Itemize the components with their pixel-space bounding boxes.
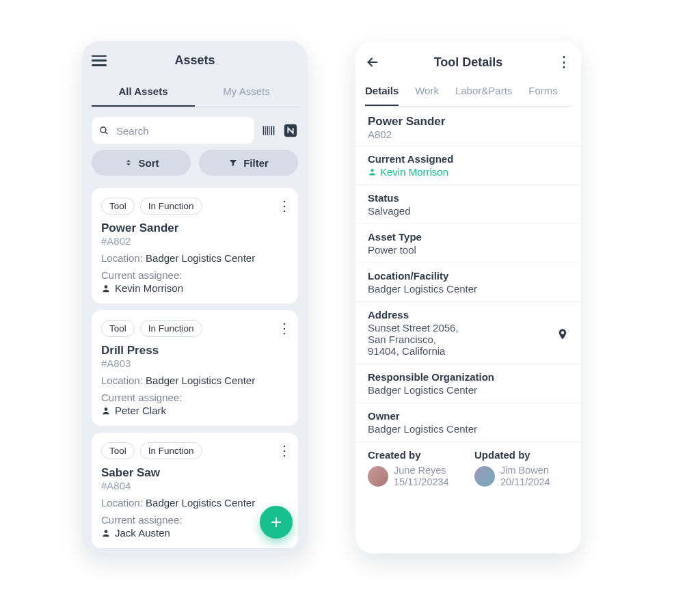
svg-point-0 bbox=[100, 127, 106, 133]
svg-point-10 bbox=[105, 407, 108, 411]
card-location: Location: Badger Logistics Center bbox=[101, 252, 288, 264]
card-assignee-label: Current assignee: bbox=[101, 392, 288, 403]
tab-details[interactable]: Details bbox=[365, 79, 399, 106]
svg-rect-2 bbox=[263, 126, 265, 135]
assigned-person-link[interactable]: Kevin Morrison bbox=[368, 166, 569, 178]
svg-line-1 bbox=[105, 132, 107, 134]
address-value: Sunset Street 2056, San Francisco, 91404… bbox=[368, 322, 569, 357]
person-icon bbox=[368, 167, 377, 176]
map-pin-icon[interactable] bbox=[556, 327, 569, 342]
chip-type: Tool bbox=[101, 320, 135, 337]
status-value: Salvaged bbox=[368, 205, 569, 217]
card-title: Drill Press bbox=[101, 344, 288, 357]
address-label: Address bbox=[368, 309, 569, 321]
card-title: Power Sander bbox=[101, 221, 288, 235]
search-input-wrapper[interactable] bbox=[92, 117, 254, 144]
location-value: Badger Logistics Center bbox=[368, 283, 569, 295]
updated-name: Jim Bowen bbox=[500, 465, 550, 476]
assigned-name: Kevin Morrison bbox=[380, 166, 448, 178]
more-icon[interactable]: ⋮ bbox=[556, 53, 571, 71]
card-assignee: Kevin Morrison bbox=[101, 282, 288, 294]
chip-type: Tool bbox=[101, 198, 135, 215]
asset-card[interactable]: Tool In Function ⋮ Power Sander #A802 Lo… bbox=[92, 188, 298, 303]
search-icon bbox=[98, 125, 109, 136]
chip-type: Tool bbox=[101, 442, 135, 459]
type-value: Power tool bbox=[368, 244, 569, 256]
owner-label: Owner bbox=[368, 410, 569, 422]
created-name: June Reyes bbox=[394, 465, 449, 476]
svg-point-11 bbox=[105, 530, 108, 533]
tab-forms[interactable]: Forms bbox=[528, 79, 558, 106]
barcode-icon[interactable] bbox=[261, 123, 276, 138]
card-more-icon[interactable]: ⋮ bbox=[278, 198, 291, 214]
card-more-icon[interactable]: ⋮ bbox=[278, 442, 291, 459]
updated-by-text: Jim Bowen 20/11/2024 bbox=[500, 465, 550, 487]
org-value: Badger Logistics Center bbox=[368, 384, 569, 396]
svg-point-12 bbox=[371, 169, 373, 172]
status-label: Status bbox=[368, 192, 569, 204]
svg-rect-5 bbox=[269, 126, 270, 135]
menu-icon[interactable] bbox=[92, 55, 107, 66]
card-title: Saber Saw bbox=[101, 466, 288, 480]
card-location: Location: Badger Logistics Center bbox=[101, 497, 288, 509]
sort-button[interactable]: Sort bbox=[92, 150, 191, 176]
person-icon bbox=[101, 406, 111, 416]
filter-label: Filter bbox=[243, 157, 269, 169]
created-by-label: Created by bbox=[368, 449, 462, 461]
tool-details-screen: Tool Details ⋮ Details Work Labor&Parts … bbox=[355, 41, 581, 554]
filter-icon bbox=[228, 158, 238, 167]
assets-tabs: All Assets My Assets bbox=[92, 79, 298, 107]
page-title: Assets bbox=[107, 53, 283, 68]
tab-my-assets[interactable]: My Assets bbox=[195, 79, 298, 107]
svg-rect-7 bbox=[273, 126, 275, 135]
assigned-label: Current Assigned bbox=[368, 153, 569, 165]
assets-screen: Assets All Assets My Assets Sort bbox=[82, 41, 308, 554]
person-icon bbox=[101, 528, 111, 538]
chip-status: In Function bbox=[140, 198, 202, 215]
location-label: Location/Facility bbox=[368, 270, 569, 282]
svg-rect-3 bbox=[265, 126, 266, 135]
card-assignee-label: Current assignee: bbox=[101, 269, 288, 281]
created-date: 15/11/20234 bbox=[394, 476, 449, 488]
card-id: #A804 bbox=[101, 480, 288, 491]
tab-labor-parts[interactable]: Labor&Parts bbox=[455, 79, 512, 106]
asset-id: A802 bbox=[368, 128, 569, 140]
card-assignee: Peter Clark bbox=[101, 405, 288, 416]
avatar-updated bbox=[474, 466, 495, 487]
svg-rect-6 bbox=[271, 126, 272, 135]
card-assignee: Jack Austen bbox=[101, 527, 288, 539]
org-label: Responsible Organization bbox=[368, 371, 569, 383]
updated-by-label: Updated by bbox=[474, 449, 569, 461]
filter-button[interactable]: Filter bbox=[199, 150, 298, 176]
created-by-text: June Reyes 15/11/20234 bbox=[394, 465, 449, 487]
tab-work[interactable]: Work bbox=[415, 79, 439, 106]
chip-status: In Function bbox=[140, 442, 202, 459]
sort-label: Sort bbox=[139, 157, 159, 169]
chip-status: In Function bbox=[140, 320, 202, 337]
person-icon bbox=[101, 284, 111, 293]
detail-title: Tool Details bbox=[380, 55, 556, 70]
card-location: Location: Badger Logistics Center bbox=[101, 375, 288, 386]
add-asset-fab[interactable]: + bbox=[260, 506, 293, 539]
card-more-icon[interactable]: ⋮ bbox=[278, 320, 291, 336]
owner-value: Badger Logistics Center bbox=[368, 423, 569, 435]
avatar-created bbox=[368, 466, 388, 487]
asset-name: Power Sander bbox=[368, 115, 569, 128]
card-id: #A802 bbox=[101, 235, 288, 247]
svg-rect-4 bbox=[267, 126, 269, 135]
search-input[interactable] bbox=[116, 125, 247, 137]
asset-card[interactable]: Tool In Function ⋮ Drill Press #A803 Loc… bbox=[92, 310, 298, 426]
type-label: Asset Type bbox=[368, 231, 569, 243]
sort-icon bbox=[124, 158, 133, 167]
svg-point-9 bbox=[105, 285, 108, 288]
updated-date: 20/11/2024 bbox=[500, 476, 550, 488]
detail-tabs: Details Work Labor&Parts Forms bbox=[365, 79, 571, 107]
card-id: #A803 bbox=[101, 357, 288, 369]
nfc-icon[interactable] bbox=[283, 123, 298, 138]
tab-all-assets[interactable]: All Assets bbox=[92, 79, 195, 107]
back-icon[interactable] bbox=[365, 55, 380, 70]
